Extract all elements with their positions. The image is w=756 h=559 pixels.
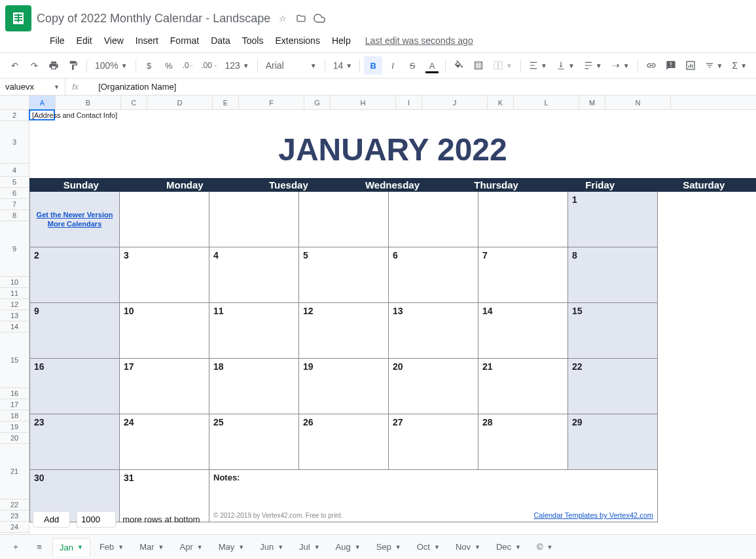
text-color-button[interactable]: A [423, 56, 441, 75]
undo-button[interactable]: ↶ [5, 56, 24, 75]
row-header-5[interactable]: 5 [0, 177, 29, 188]
calendar-cell[interactable] [478, 192, 568, 247]
paint-format-button[interactable] [64, 56, 82, 75]
column-header-E[interactable]: E [213, 96, 239, 109]
sheet-tab-jul[interactable]: Jul▼ [293, 538, 327, 556]
sheet-tab-dec[interactable]: Dec▼ [490, 538, 528, 556]
calendar-cell[interactable]: 14 [478, 303, 568, 359]
calendar-cell[interactable]: 12 [299, 303, 389, 359]
column-header-D[interactable]: D [147, 96, 213, 109]
column-header-I[interactable]: I [396, 96, 422, 109]
calendar-cell[interactable]: 7 [478, 247, 568, 303]
add-rows-button[interactable]: Add [33, 511, 70, 528]
calendar-cell[interactable]: 15 [568, 303, 658, 359]
calendar-cell[interactable]: 9 [30, 303, 120, 359]
column-header-J[interactable]: J [422, 96, 488, 109]
menu-edit[interactable]: Edit [71, 33, 98, 48]
calendar-cell[interactable]: 2 [30, 247, 120, 303]
name-box[interactable]: valuevx▼ [0, 79, 65, 95]
percent-button[interactable]: % [160, 56, 178, 75]
calendar-cell[interactable] [120, 192, 209, 247]
column-header-C[interactable]: C [121, 96, 147, 109]
formula-bar[interactable]: [Organization Name] [85, 82, 176, 92]
zoom-dropdown[interactable]: 100%▼ [91, 56, 132, 75]
sheets-logo[interactable] [5, 5, 31, 31]
calendar-cell[interactable]: 22 [568, 359, 658, 414]
add-rows-count-input[interactable] [77, 511, 116, 528]
calendar-cell[interactable]: 11 [209, 303, 299, 359]
column-header-G[interactable]: G [304, 96, 331, 109]
calendar-cell[interactable]: 21 [478, 359, 568, 414]
calendar-cell[interactable]: 6 [389, 247, 478, 303]
all-sheets-button[interactable]: ≡ [29, 538, 50, 556]
print-button[interactable] [45, 56, 63, 75]
calendar-cell[interactable]: Notes:© 2012-2019 by Vertex42.com. Free … [209, 470, 658, 522]
italic-button[interactable]: I [384, 56, 402, 75]
sheet-tab-jun[interactable]: Jun▼ [253, 538, 290, 556]
calendar-cell[interactable]: 10 [120, 303, 209, 359]
calendar-cell[interactable]: 5 [299, 247, 389, 303]
increase-decimal-button[interactable]: .00→ [199, 56, 220, 75]
row-header-14[interactable]: 14 [0, 321, 29, 333]
calendar-cell[interactable]: 20 [389, 359, 478, 414]
insert-comment-button[interactable] [662, 56, 680, 75]
menu-tools[interactable]: Tools [237, 33, 269, 48]
currency-button[interactable]: $ [140, 56, 158, 75]
row-header-4[interactable]: 4 [0, 164, 29, 177]
sheet-tab-apr[interactable]: Apr▼ [173, 538, 209, 556]
decrease-decimal-button[interactable]: .0← [179, 56, 198, 75]
last-edit-link[interactable]: Last edit was seconds ago [365, 35, 473, 46]
calendar-cell[interactable]: 8 [568, 247, 658, 303]
row-header-17[interactable]: 17 [0, 399, 29, 410]
column-header-B[interactable]: B [56, 96, 121, 109]
sheet-tab-sep[interactable]: Sep▼ [370, 538, 408, 556]
row-header-10[interactable]: 10 [0, 277, 29, 288]
month-title[interactable]: JANUARY 2022 [29, 121, 756, 178]
add-sheet-button[interactable]: + [5, 538, 26, 556]
borders-button[interactable] [469, 56, 488, 75]
calendar-cell[interactable]: 16 [30, 359, 120, 414]
sheet-tab-©[interactable]: ©▼ [530, 538, 560, 556]
column-header-K[interactable]: K [488, 96, 514, 109]
calendar-cell[interactable]: 27 [389, 414, 478, 470]
number-format-dropdown[interactable]: 123▼ [221, 56, 253, 75]
menu-extensions[interactable]: Extensions [270, 33, 325, 48]
calendar-cell[interactable]: 24 [120, 414, 209, 470]
more-calendars-link[interactable]: More Calendars [48, 220, 102, 228]
calendar-cell[interactable] [299, 192, 389, 247]
column-header-F[interactable]: F [239, 96, 304, 109]
calendar-cell[interactable]: Get the Newer VersionMore Calendars [30, 192, 120, 247]
redo-button[interactable]: ↷ [25, 56, 43, 75]
vertical-align-button[interactable]: ▼ [552, 56, 579, 75]
calendar-cell[interactable]: 19 [299, 359, 389, 414]
menu-insert[interactable]: Insert [130, 33, 164, 48]
merge-cells-button[interactable]: ▼ [489, 56, 516, 75]
calendar-cell[interactable]: 3 [120, 247, 209, 303]
row-header-7[interactable]: 7 [0, 199, 29, 210]
calendar-cell[interactable]: 13 [389, 303, 478, 359]
text-wrap-button[interactable]: ▼ [580, 56, 606, 75]
calendar-cell[interactable] [389, 192, 478, 247]
newer-version-link[interactable]: Get the Newer Version [37, 211, 113, 219]
column-header-M[interactable]: M [579, 96, 605, 109]
calendar-cell[interactable]: 1 [568, 192, 658, 247]
font-dropdown[interactable]: Arial▼ [262, 56, 321, 75]
fill-color-button[interactable] [450, 56, 468, 75]
row-header-3[interactable]: 3 [0, 121, 29, 164]
star-icon[interactable]: ☆ [277, 12, 289, 24]
row-header-13[interactable]: 13 [0, 310, 29, 321]
bold-button[interactable]: B [364, 56, 382, 75]
menu-view[interactable]: View [99, 33, 129, 48]
calendar-cell[interactable]: 17 [120, 359, 209, 414]
sheet-tab-may[interactable]: May▼ [212, 538, 251, 556]
row-header-21[interactable]: 21 [0, 444, 29, 499]
filter-button[interactable]: ▼ [701, 56, 727, 75]
calendar-cell[interactable] [209, 192, 299, 247]
column-header-N[interactable]: N [605, 96, 671, 109]
row-header-12[interactable]: 12 [0, 299, 29, 310]
address-cell[interactable]: [Address and Contact Info] [29, 110, 756, 121]
row-header-8[interactable]: 8 [0, 210, 29, 221]
calendar-cell[interactable]: 29 [568, 414, 658, 470]
functions-button[interactable]: Σ▼ [728, 56, 751, 75]
row-header-18[interactable]: 18 [0, 410, 29, 422]
